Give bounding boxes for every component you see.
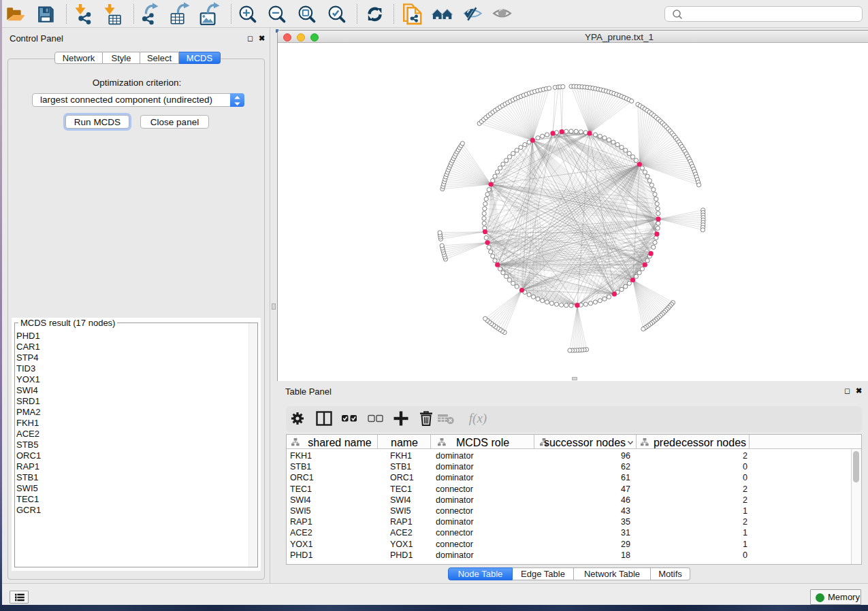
- svg-text:f(x): f(x): [469, 411, 487, 426]
